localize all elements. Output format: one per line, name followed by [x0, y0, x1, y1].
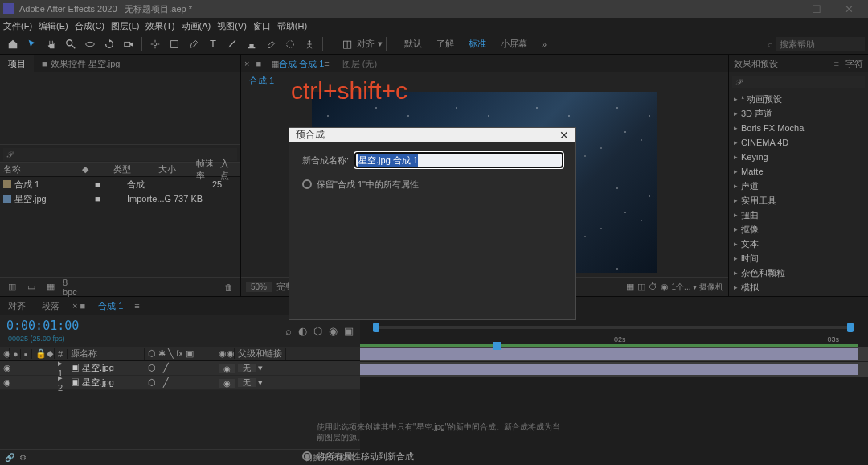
tl-tab-align[interactable]: 对齐 [0, 300, 34, 312]
timecode[interactable]: 0:00:01:00 [6, 319, 79, 333]
settings-icon[interactable]: ▦ [43, 281, 58, 294]
svg-point-3 [154, 43, 157, 46]
zoom-dropdown[interactable]: 50% [246, 282, 272, 292]
effects-category[interactable]: ▸* 动画预设 [729, 92, 868, 106]
selection-tool-icon[interactable] [24, 36, 40, 52]
menu-edit[interactable]: 编辑(E) [39, 20, 68, 32]
app-icon [3, 3, 14, 14]
effects-category[interactable]: ▸模拟 [729, 280, 868, 294]
grid-icon[interactable]: ▦ [626, 282, 634, 293]
tl-tab-paragraph[interactable]: 段落 [34, 300, 68, 312]
minimize-button[interactable]: — [768, 3, 800, 15]
roto-tool-icon[interactable] [282, 36, 298, 52]
col-name[interactable]: 名称 [3, 163, 82, 175]
menu-file[interactable]: 文件(F) [3, 20, 32, 32]
brush-tool-icon[interactable] [224, 36, 240, 52]
effects-category[interactable]: ▸文本 [729, 237, 868, 251]
effects-category[interactable]: ▸实用工具 [729, 193, 868, 208]
project-preview [0, 72, 240, 145]
effect-controls-tab[interactable]: ■效果控件 星空.jpg [34, 55, 128, 72]
comp-tab[interactable]: ▦ 合成 合成 1 ≡ [264, 55, 336, 72]
menu-effect[interactable]: 效果(T) [145, 20, 174, 32]
bone-icon[interactable]: ⚙ [19, 453, 27, 462]
camera-dropdown[interactable]: 1个... ▾ 摄像机 [672, 282, 723, 293]
workspace-standard[interactable]: 标准 [469, 38, 486, 50]
visibility-toggle[interactable]: ◉ [0, 377, 10, 388]
effects-category[interactable]: ▸声道 [729, 179, 868, 193]
text-tool-icon[interactable]: T [205, 36, 221, 52]
dialog-title: 预合成 [296, 128, 325, 142]
hand-tool-icon[interactable] [43, 36, 59, 52]
effects-category[interactable]: ▸CINEMA 4D [729, 135, 868, 150]
menu-window[interactable]: 窗口 [253, 20, 271, 32]
bpc-label[interactable]: 8 bpc [63, 281, 77, 294]
snap-icon[interactable]: ◫ [339, 36, 355, 52]
anchor-tool-icon[interactable] [147, 36, 163, 52]
new-comp-name-input[interactable] [355, 153, 563, 167]
zoom-tool-icon[interactable] [63, 36, 79, 52]
svg-rect-5 [249, 44, 253, 47]
close-button[interactable]: ✕ [833, 3, 865, 15]
col-parent[interactable]: 父级和链接 [235, 348, 286, 360]
col-source[interactable]: 源名称 [68, 348, 145, 360]
project-item[interactable]: 星空.jpg ■ Importe...G 737 KB [0, 191, 240, 206]
menu-animation[interactable]: 动画(A) [182, 20, 211, 32]
effects-category[interactable]: ▸扭曲 [729, 208, 868, 222]
stamp-tool-icon[interactable] [244, 36, 260, 52]
effects-category[interactable]: ▸抠像 [729, 222, 868, 237]
search-icon: ⌕ [768, 39, 773, 49]
toolbar: T ◫ 对齐 ▾ 默认 了解 标准 小屏幕 » ⌕ [0, 34, 868, 55]
svg-point-0 [67, 39, 72, 45]
shape-tool-icon[interactable] [166, 36, 182, 52]
svg-rect-6 [248, 47, 256, 48]
visibility-toggle[interactable]: ◉ [0, 363, 10, 373]
workspace-default[interactable]: 默认 [404, 38, 422, 50]
workspace-more[interactable]: » [542, 39, 547, 49]
folder-icon[interactable]: ▭ [24, 281, 39, 294]
menu-composition[interactable]: 合成(C) [75, 20, 104, 32]
eraser-tool-icon[interactable] [263, 36, 279, 52]
effects-panel: 效果和预设 ≡ 字符 ▸* 动画预设▸3D 声道▸Boris FX Mocha▸… [728, 55, 868, 296]
bin-icon[interactable]: ▥ [5, 281, 19, 294]
dialog-close-icon[interactable]: ✕ [559, 129, 569, 142]
svg-point-7 [287, 40, 294, 47]
effects-category[interactable]: ▸时间 [729, 251, 868, 265]
svg-rect-4 [171, 40, 178, 47]
orbit-tool-icon[interactable] [82, 36, 98, 52]
camera-icon[interactable]: ◉ [661, 282, 669, 293]
workspace-small[interactable]: 小屏幕 [501, 38, 527, 50]
maximize-button[interactable]: ☐ [800, 3, 833, 15]
project-tab[interactable]: 项目 [0, 55, 34, 72]
menu-view[interactable]: 视图(V) [217, 20, 247, 32]
effects-category[interactable]: ▸Boris FX Mocha [729, 121, 868, 135]
puppet-tool-icon[interactable] [301, 36, 317, 52]
character-tab[interactable]: 字符 [845, 58, 863, 70]
project-item[interactable]: 合成 1 ■ 合成 25 [0, 177, 240, 191]
effects-category[interactable]: ▸3D 声道 [729, 106, 868, 121]
menu-help[interactable]: 帮助(H) [277, 20, 307, 32]
help-search-input[interactable] [776, 37, 865, 51]
col-size[interactable]: 大小 [158, 163, 196, 175]
menu-layer[interactable]: 图层(L) [111, 20, 139, 32]
effects-search-input[interactable] [732, 76, 865, 88]
pen-tool-icon[interactable] [186, 36, 202, 52]
effects-category[interactable]: ▸Matte [729, 164, 868, 179]
col-type[interactable]: 类型 [113, 163, 159, 175]
camera-tool-icon[interactable] [121, 36, 137, 52]
option-move-attributes-radio[interactable] [302, 451, 312, 461]
menubar: 文件(F) 编辑(E) 合成(C) 图层(L) 效果(T) 动画(A) 视图(V… [0, 18, 868, 34]
mask-icon[interactable]: ◫ [637, 282, 645, 293]
trash-icon[interactable]: 🗑 [221, 281, 235, 294]
option-leave-attributes-radio[interactable] [302, 179, 312, 189]
tl-tab-comp[interactable]: 合成 1 [90, 300, 131, 312]
home-icon[interactable] [5, 36, 21, 52]
effects-category[interactable]: ▸Keying [729, 150, 868, 164]
rotate-tool-icon[interactable] [101, 36, 117, 52]
workspace-learn[interactable]: 了解 [436, 38, 454, 50]
link-icon[interactable]: 🔗 [5, 453, 14, 462]
effects-tab[interactable]: 效果和预设 [734, 58, 778, 70]
effects-category[interactable]: ▸模糊和锐化 [729, 294, 868, 296]
time-icon[interactable]: ⏱ [649, 282, 657, 293]
effects-category[interactable]: ▸杂色和颗粒 [729, 265, 868, 280]
layer-tab[interactable]: 图层 (无) [336, 55, 383, 72]
